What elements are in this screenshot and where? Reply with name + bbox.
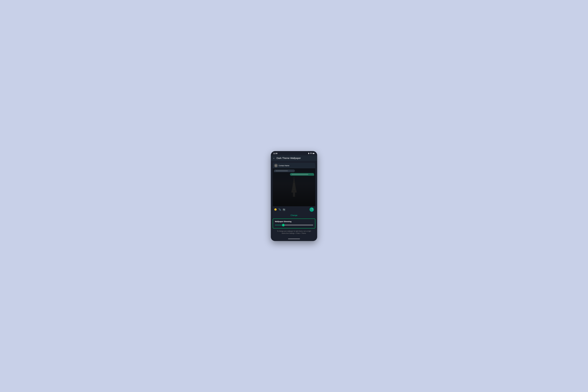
wifi-icon (310, 153, 312, 154)
person-icon (275, 165, 277, 166)
svg-point-12 (294, 177, 294, 178)
mic-button[interactable]: 🎤 (310, 208, 314, 212)
spire-svg (290, 173, 298, 200)
attach-icon[interactable]: 📎 (278, 208, 281, 211)
notification-icon (308, 153, 309, 154)
home-indicator (271, 237, 317, 241)
page-title: Dark Theme Wallpaper (276, 157, 301, 160)
svg-rect-8 (294, 185, 294, 186)
status-bar: 11:50 (271, 151, 317, 155)
main-content: Contact Name (271, 161, 317, 237)
input-bar: 😊 📎 📷 🎤 (273, 206, 315, 213)
dimming-section: Wallpaper Dimming (273, 218, 315, 228)
battery-icon (313, 153, 315, 154)
svg-marker-5 (292, 177, 297, 192)
wallpaper-illustration (290, 174, 298, 200)
app-bar: ← Dark Theme Wallpaper (271, 155, 317, 161)
dimming-slider-container[interactable] (275, 224, 313, 226)
back-button[interactable]: ← (273, 157, 275, 160)
svg-rect-11 (294, 189, 294, 189)
chat-wallpaper (273, 168, 315, 206)
svg-rect-9 (294, 186, 294, 187)
svg-rect-7 (294, 184, 294, 184)
svg-rect-6 (293, 191, 295, 197)
svg-point-0 (308, 154, 309, 154)
svg-point-4 (276, 165, 276, 166)
phone-frame: 11:50 ← Dark Theme Wallpaper (271, 151, 317, 241)
received-bubble (274, 170, 295, 172)
emoji-icon[interactable]: 😊 (274, 208, 277, 211)
status-icons (308, 153, 315, 154)
footer-note: To change your wallpaper for light theme… (273, 228, 315, 235)
contact-name: Contact Name (279, 165, 289, 166)
contact-header: Contact Name (273, 163, 315, 168)
camera-icon[interactable]: 📷 (283, 208, 285, 211)
home-bar (288, 239, 300, 239)
slider-thumb[interactable] (282, 224, 284, 226)
dimming-title: Wallpaper Dimming (275, 220, 313, 222)
chat-preview: Contact Name (273, 163, 315, 213)
slider-track (275, 225, 313, 225)
svg-rect-10 (294, 188, 294, 188)
status-time: 11:50 (273, 152, 278, 154)
change-wallpaper-button[interactable]: Change (290, 213, 298, 218)
svg-rect-3 (313, 153, 314, 154)
avatar (274, 164, 278, 167)
svg-rect-2 (314, 153, 315, 154)
svg-point-13 (292, 196, 296, 197)
mic-icon: 🎤 (310, 208, 313, 210)
